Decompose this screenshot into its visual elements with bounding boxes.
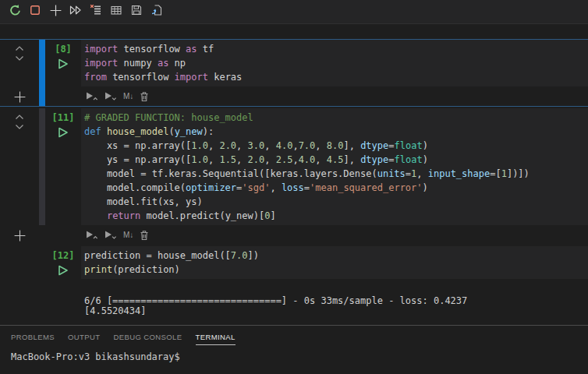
cell-hover-bar[interactable] (39, 108, 45, 225)
cell-gutter (0, 246, 39, 316)
terminal-prompt[interactable]: MacBook-Pro:v3 bikashsundaray$ (0, 351, 588, 362)
export-icon (151, 4, 163, 19)
cell-hover-bar (39, 246, 45, 316)
run-cell-button[interactable] (58, 126, 69, 142)
run-cell-and-below-button[interactable] (104, 91, 117, 101)
execution-count: [11] (52, 111, 75, 125)
save-icon (130, 4, 143, 19)
chevron-up-icon[interactable] (14, 113, 25, 121)
run-cell-button[interactable] (58, 58, 69, 73)
chevron-up-icon[interactable] (14, 44, 25, 52)
notebook-cell-2: [11] # GRADED FUNCTION: house_modeldef h… (0, 108, 588, 245)
code-editor[interactable]: prediction = house_model([7.0])print(pre… (81, 246, 588, 279)
add-cell-below-button[interactable] (0, 229, 39, 242)
cell-focus-bar[interactable] (39, 40, 45, 106)
cell-execution-column: [12] (45, 246, 81, 316)
run-all-cells-button[interactable] (66, 2, 86, 22)
delete-cell-button[interactable] (140, 230, 149, 241)
run-all-icon (69, 4, 83, 19)
chevron-down-icon[interactable] (14, 55, 25, 62)
prediction-result-line: [4.5520434] (84, 306, 588, 316)
tab-output[interactable]: OUTPUT (68, 333, 100, 345)
cell-toolbar: M↓ (81, 86, 588, 106)
export-notebook-button[interactable] (147, 2, 167, 22)
code-editor[interactable]: # GRADED FUNCTION: house_modeldef house_… (81, 108, 588, 225)
delete-cell-button[interactable] (140, 91, 149, 102)
notebook-cell-1: [8] import tensorflow as tfimport numpy … (0, 39, 588, 107)
cell-execution-column: [11] (45, 108, 81, 245)
bottom-panel: PROBLEMS OUTPUT DEBUG CONSOLE TERMINAL M… (0, 325, 588, 374)
execution-count: [12] (52, 249, 75, 263)
run-cells-above-button[interactable] (86, 230, 98, 240)
interrupt-kernel-button[interactable] (25, 2, 45, 22)
tab-problems[interactable]: PROBLEMS (11, 333, 55, 345)
execution-count: [8] (55, 42, 72, 56)
convert-to-markdown-button[interactable]: M↓ (123, 92, 133, 101)
plus-icon (49, 4, 62, 20)
code-editor[interactable]: import tensorflow as tfimport numpy as n… (81, 40, 588, 86)
run-cell-button[interactable] (58, 264, 69, 280)
run-cells-above-button[interactable] (86, 91, 98, 101)
cell-gutter (0, 108, 39, 245)
restart-kernel-button[interactable] (5, 2, 25, 22)
variable-explorer-button[interactable] (106, 2, 126, 22)
cell-output: 6/6 [==============================] - 0… (81, 296, 588, 316)
cell-execution-column: [8] (45, 40, 81, 106)
training-progress-line: 6/6 [==============================] - 0… (84, 296, 588, 306)
insert-cell-button[interactable] (45, 2, 66, 22)
restart-icon (9, 4, 22, 20)
notebook-toolbar (0, 0, 588, 24)
convert-to-markdown-button[interactable]: M↓ (123, 231, 133, 239)
add-cell-below-button[interactable] (0, 90, 39, 104)
chevron-down-icon[interactable] (14, 123, 25, 131)
cell-gutter (0, 40, 39, 106)
clear-all-outputs-button[interactable] (86, 2, 106, 22)
variable-grid-icon (110, 4, 122, 19)
notebook-cell-3: [12] prediction = house_model([7.0])prin… (0, 246, 588, 316)
cell-toolbar: M↓ (81, 225, 588, 245)
notebook-editor: [8] import tensorflow as tfimport numpy … (0, 24, 588, 325)
tab-terminal[interactable]: TERMINAL (196, 333, 236, 345)
panel-tabs: PROBLEMS OUTPUT DEBUG CONSOLE TERMINAL (0, 326, 588, 345)
stop-icon (29, 4, 41, 19)
tab-debug-console[interactable]: DEBUG CONSOLE (113, 333, 182, 345)
run-cell-and-below-button[interactable] (104, 230, 117, 240)
clear-outputs-icon (90, 4, 102, 19)
save-notebook-button[interactable] (126, 2, 147, 22)
